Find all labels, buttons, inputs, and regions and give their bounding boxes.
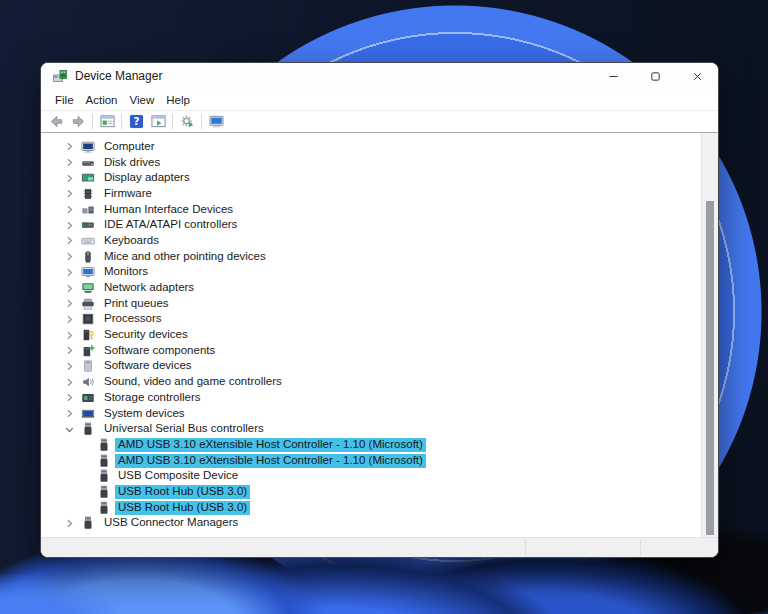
chevron-right-icon[interactable] [63,517,76,530]
tree-item-label: Network adapters [101,281,197,295]
sound-icon [81,375,95,389]
chevron-right-icon[interactable] [63,234,76,247]
toolbar: ? [41,111,718,133]
chevron-right-icon[interactable] [63,172,76,185]
tree-item-label: AMD USB 3.10 eXtensible Host Controller … [115,438,426,452]
computer-monitor-icon [209,114,224,129]
chevron-right-icon[interactable] [63,344,76,357]
tree-item-label: Mice and other pointing devices [101,250,269,264]
tree-item[interactable]: Software devices [41,359,701,375]
toolbar-separator [121,114,122,129]
tree-item[interactable]: USB Connector Managers [41,516,701,532]
statusbar-divider [640,540,641,555]
software-device-icon [81,359,95,373]
chevron-right-icon[interactable] [63,297,76,310]
disk-drive-icon [81,156,95,170]
usb-icon [97,485,111,499]
tree-item[interactable]: Mice and other pointing devices [41,249,701,265]
titlebar[interactable]: Device Manager [41,63,718,89]
tree-item[interactable]: Firmware [41,186,701,202]
chevron-right-icon[interactable] [63,282,76,295]
chevron-right-icon[interactable] [63,407,76,420]
toolbar-separator [201,114,202,129]
chevron-right-icon[interactable] [63,266,76,279]
tree-item[interactable]: Network adapters [41,280,701,296]
chevron-right-icon[interactable] [63,140,76,153]
properties-button[interactable] [147,112,169,131]
minimize-button[interactable] [592,63,634,89]
status-bar [41,537,718,557]
keyboard-icon [81,234,95,248]
menu-item-action[interactable]: Action [80,92,124,108]
tree-item[interactable]: USB Composite Device [41,468,701,484]
tree-item[interactable]: Keyboards [41,233,701,249]
scan-for-hardware-changes-button[interactable] [176,112,198,131]
close-button[interactable] [676,63,718,89]
menu-item-view[interactable]: View [124,92,161,108]
chevron-right-icon[interactable] [63,203,76,216]
chevron-right-icon[interactable] [63,156,76,169]
tree-item[interactable]: IDE ATA/ATAPI controllers [41,217,701,233]
chevron-right-icon[interactable] [63,329,76,342]
chevron-right-icon[interactable] [63,391,76,404]
tree-item[interactable]: Storage controllers [41,390,701,406]
tree-item[interactable]: System devices [41,406,701,422]
tree-item[interactable]: Display adapters [41,170,701,186]
tree-item[interactable]: Processors [41,312,701,328]
mouse-icon [81,250,95,264]
maximize-icon [650,71,661,82]
tree-item-label: Software devices [101,359,195,373]
tree-item-label: AMD USB 3.10 eXtensible Host Controller … [115,454,426,468]
forward-button[interactable] [67,112,89,131]
system-device-icon [81,407,95,421]
chevron-right-icon[interactable] [63,313,76,326]
computer-icon [81,140,95,154]
monitor-device-icon [81,265,95,279]
arrow-right-icon [71,114,86,129]
vertical-scrollbar[interactable] [701,133,718,537]
tree-item[interactable]: Disk drives [41,155,701,171]
tree-item[interactable]: Print queues [41,296,701,312]
menu-item-help[interactable]: Help [160,92,196,108]
tree-item[interactable]: Sound, video and game controllers [41,374,701,390]
storage-controller-icon [81,391,95,405]
tree-item[interactable]: Security devices [41,327,701,343]
scan-hardware-icon [180,114,195,129]
firmware-icon [81,187,95,201]
tree-item-label: Universal Serial Bus controllers [101,422,267,436]
arrow-left-icon [49,114,64,129]
tree-item[interactable]: AMD USB 3.10 eXtensible Host Controller … [41,453,701,469]
help-button[interactable]: ? [125,112,147,131]
tree-item[interactable]: Universal Serial Bus controllers [41,421,701,437]
chevron-down-icon[interactable] [63,423,76,436]
show-console-tree-button[interactable] [96,112,118,131]
chevron-right-icon[interactable] [63,219,76,232]
tree-item[interactable]: Human Interface Devices [41,202,701,218]
menu-item-file[interactable]: File [49,92,80,108]
tree-item[interactable]: Monitors [41,265,701,281]
devices-view-button[interactable] [205,112,227,131]
chevron-right-icon[interactable] [63,187,76,200]
tree-item[interactable]: Software components [41,343,701,359]
tree-item-label: IDE ATA/ATAPI controllers [101,218,240,232]
tree-item-label: Storage controllers [101,391,204,405]
tree-item[interactable]: USB Root Hub (USB 3.0) [41,500,701,516]
maximize-button[interactable] [634,63,676,89]
chevron-right-icon[interactable] [63,376,76,389]
tree-rows: ComputerDisk drivesDisplay adaptersFirmw… [41,139,701,531]
chevron-right-icon[interactable] [63,360,76,373]
tree-item-label: Disk drives [101,156,163,170]
tree-item[interactable]: AMD USB 3.10 eXtensible Host Controller … [41,437,701,453]
tree-item-label: Processors [101,312,165,326]
scrollbar-thumb[interactable] [706,201,714,535]
usb-icon [81,422,95,436]
chevron-right-icon[interactable] [63,250,76,263]
menubar: FileActionViewHelp [41,89,718,111]
tree-item[interactable]: USB Root Hub (USB 3.0) [41,484,701,500]
ide-controller-icon [81,218,95,232]
tree-item[interactable]: Computer [41,139,701,155]
tree-item-label: Human Interface Devices [101,203,236,217]
back-button[interactable] [45,112,67,131]
window-controls [592,63,718,89]
tree-item-label: Computer [101,140,158,154]
